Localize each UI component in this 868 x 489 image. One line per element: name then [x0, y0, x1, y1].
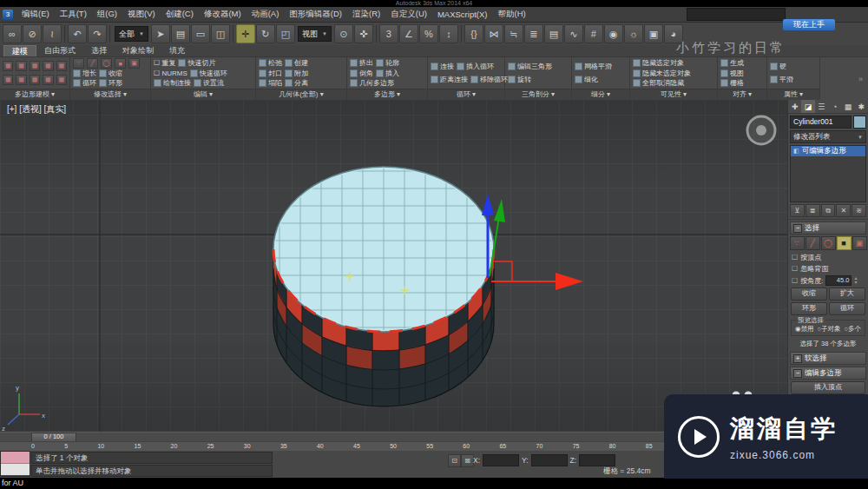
ribbon-tab-1[interactable]: 自由形式: [36, 45, 83, 56]
isolate-selection-toggle[interactable]: ⊡: [448, 454, 461, 467]
create-tab[interactable]: ✚: [788, 100, 801, 113]
undo-button[interactable]: ↶: [68, 24, 87, 43]
percent-snap-button[interactable]: %: [419, 24, 438, 43]
hierarchy-tab[interactable]: ☰: [815, 100, 828, 113]
menu-item-3[interactable]: 视图(V): [122, 7, 161, 22]
viewport-label[interactable]: [+] [透视] [真实]: [7, 103, 66, 116]
stack-item[interactable]: ◧可编辑多边形: [791, 146, 865, 156]
ribbon-button[interactable]: 环形: [99, 78, 122, 88]
preview-radio[interactable]: ○多个: [845, 325, 862, 334]
ribbon-button[interactable]: 塌陷: [259, 78, 282, 88]
modifier-stack[interactable]: ◧可编辑多边形: [790, 145, 866, 202]
rollout-edit-polygons[interactable]: − 编辑多边形: [790, 367, 866, 380]
ribbon-button[interactable]: 挤出: [350, 58, 373, 68]
preview-radio[interactable]: ○子对象: [817, 325, 840, 334]
ribbon-group-label[interactable]: 多边形 ▾: [347, 89, 427, 100]
listener-script-row[interactable]: [1, 464, 30, 475]
material-editor-button[interactable]: ◉: [604, 24, 623, 43]
grow-button[interactable]: 扩大: [829, 287, 865, 301]
mirror-button[interactable]: ⋈: [484, 24, 503, 43]
ribbon-button[interactable]: 附加: [285, 69, 308, 78]
region-shape-button[interactable]: ▭: [191, 24, 210, 43]
ribbon-button[interactable]: 旋转: [508, 75, 531, 84]
by-angle-row[interactable]: ☐ 按角度: 45.0 ▴▾: [788, 274, 868, 287]
ribbon-button[interactable]: 连接: [431, 62, 454, 71]
ribbon-button[interactable]: 平滑: [770, 75, 793, 84]
ribbon-tab-2[interactable]: 选择: [83, 45, 115, 56]
ribbon-button[interactable]: 分离: [285, 78, 308, 88]
collapse-icon[interactable]: −: [793, 369, 802, 378]
ribbon-button[interactable]: 硬: [770, 62, 786, 71]
ribbon-tab-0[interactable]: 建模: [3, 45, 36, 56]
select-and-move-button[interactable]: ✛: [236, 24, 255, 43]
ribbon-button[interactable]: 绘制连接: [154, 78, 191, 88]
vertex-mode-button[interactable]: ∵: [790, 236, 805, 250]
steering-wheel-icon[interactable]: [747, 116, 775, 144]
ribbon-icon[interactable]: ▣: [128, 58, 140, 69]
ribbon-group-label[interactable]: 多边形建模 ▾: [0, 89, 69, 100]
ribbon-group-label[interactable]: 几何体(全部) ▾: [256, 89, 346, 100]
ribbon-button[interactable]: 几何多边形: [350, 78, 394, 88]
curve-editor-button[interactable]: ∿: [564, 24, 583, 43]
ribbon-button[interactable]: 细化: [575, 75, 598, 84]
frame-tick[interactable]: 30: [244, 442, 251, 451]
border-mode-button[interactable]: ◯: [821, 236, 836, 250]
ribbon-button[interactable]: 视图: [720, 69, 744, 78]
ribbon-icon[interactable]: ▦: [3, 61, 13, 71]
ribbon-button[interactable]: 创建: [285, 58, 308, 68]
schematic-view-button[interactable]: #: [584, 24, 603, 43]
ribbon-icon[interactable]: ▦: [56, 75, 67, 85]
frame-tick[interactable]: 50: [390, 442, 397, 451]
ribbon-group-label[interactable]: 编辑 ▾: [151, 89, 255, 100]
motion-tab[interactable]: ◔: [828, 100, 841, 113]
ribbon-button[interactable]: 增长: [73, 69, 96, 78]
menu-item-7[interactable]: 图形编辑器(D): [284, 7, 347, 22]
frame-tick[interactable]: 20: [171, 442, 178, 451]
menu-item-0[interactable]: 编辑(E): [16, 7, 55, 22]
preview-radio[interactable]: ◉禁用: [795, 325, 814, 334]
ribbon-button[interactable]: 插入: [376, 69, 399, 78]
frame-tick[interactable]: 85: [646, 442, 653, 451]
ribbon-icon[interactable]: ▦: [16, 61, 26, 71]
polygon-mode-button[interactable]: ■: [837, 236, 852, 250]
modifier-list-dropdown[interactable]: 修改器列表 ▼: [790, 130, 866, 143]
selection-filter-dropdown[interactable]: 全部▼: [115, 26, 148, 42]
render-setup-button[interactable]: ☼: [624, 24, 643, 43]
menu-item-2[interactable]: 组(G): [92, 7, 122, 22]
ribbon-button[interactable]: 倒角: [350, 69, 373, 78]
ribbon-button[interactable]: 隐藏未选定对象: [633, 69, 691, 78]
ribbon-toggle-button[interactable]: ▤: [544, 24, 563, 43]
frame-tick[interactable]: 25: [207, 442, 214, 451]
rollout-selection[interactable]: − 选择: [790, 221, 866, 235]
display-tab[interactable]: ▦: [841, 100, 854, 113]
frame-tick[interactable]: 10: [97, 442, 104, 451]
ribbon-button[interactable]: 循环: [73, 78, 96, 88]
ribbon-group-label[interactable]: 可见性 ▾: [630, 89, 717, 100]
spinner-snap-button[interactable]: ↕: [439, 24, 458, 43]
ribbon-icon[interactable]: ▦: [16, 75, 26, 85]
ribbon-group-label[interactable]: 细分 ▾: [572, 89, 629, 100]
ribbon-button[interactable]: 轮廓: [376, 58, 399, 68]
ribbon-icon[interactable]: ▦: [30, 75, 40, 85]
ribbon-button[interactable]: 插入循环: [457, 62, 494, 71]
ribbon-icon[interactable]: ▦: [30, 61, 40, 71]
selection-checkbox-0[interactable]: ☐按顶点: [788, 252, 868, 263]
expand-icon[interactable]: +: [793, 354, 802, 363]
menu-item-11[interactable]: 帮助(H): [492, 7, 530, 22]
frame-tick[interactable]: 40: [317, 442, 324, 451]
maxscript-mini-listener[interactable]: [0, 451, 30, 477]
ribbon-button[interactable]: 封口: [259, 69, 282, 78]
ribbon-icon[interactable]: ∵: [73, 58, 84, 69]
redo-button[interactable]: ↷: [88, 24, 107, 43]
frame-tick[interactable]: 35: [280, 442, 287, 451]
menu-item-8[interactable]: 渲染(R): [347, 7, 385, 22]
ribbon-button[interactable]: 网格平滑: [575, 62, 612, 71]
ribbon-button[interactable]: 移除循环: [470, 75, 508, 84]
object-name-field[interactable]: Cylinder001: [790, 116, 852, 129]
ribbon-button[interactable]: 全部取消隐藏: [633, 78, 684, 88]
ribbon-button[interactable]: 快速循环: [190, 69, 227, 78]
layer-manager-button[interactable]: ≣: [524, 24, 543, 43]
ring-button[interactable]: 环形: [791, 302, 827, 315]
ribbon-group-label[interactable]: 循环 ▾: [428, 89, 504, 100]
by-angle-value[interactable]: 45.0: [825, 275, 852, 286]
